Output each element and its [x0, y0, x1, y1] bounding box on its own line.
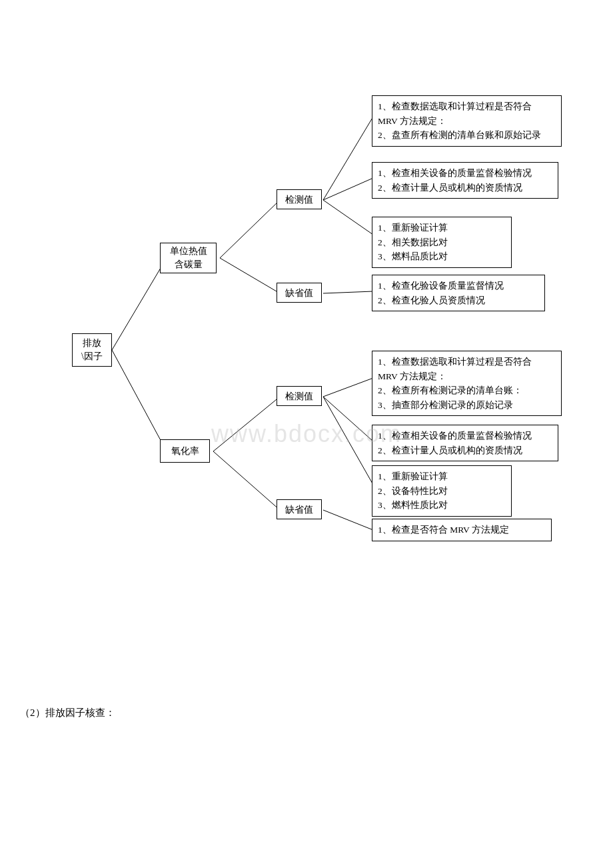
svg-line-6 [323, 117, 373, 200]
info1a-box: 1、检查数据选取和计算过程是否符合 MRV 方法规定： 2、盘查所有检测的清单台… [372, 95, 562, 147]
info2b-box: 1、检查相关设备的质量监督检验情况 2、检查计量人员或机构的资质情况 [372, 425, 558, 461]
info1b-box: 1、检查相关设备的质量监督检验情况 2、检查计量人员或机构的资质情况 [372, 162, 558, 199]
oxidation-node: 氧化率 [160, 439, 210, 463]
root-node: 排放\因子 [72, 333, 112, 367]
info1c-box: 1、重新验证计算 2、相关数据比对 3、燃料品质比对 [372, 217, 512, 268]
svg-line-5 [213, 451, 280, 510]
info2d-box: 1、检查是否符合 MRV 方法规定 [372, 519, 552, 541]
svg-line-10 [323, 378, 373, 397]
svg-line-3 [220, 258, 280, 293]
detect1-node: 检测值 [277, 189, 322, 209]
svg-line-11 [323, 397, 373, 441]
info2c-box: 1、重新验证计算 2、设备特性比对 3、燃料性质比对 [372, 465, 512, 517]
unit-heat-node: 单位热值含碳量 [160, 243, 217, 273]
svg-line-8 [323, 200, 373, 235]
svg-line-7 [323, 178, 373, 200]
info1d-box: 1、检查化验设备质量监督情况 2、检查化验人员资质情况 [372, 275, 545, 311]
svg-line-1 [112, 350, 167, 451]
detect2-node: 检测值 [277, 386, 322, 406]
page: www.bdocx.com [0, 0, 613, 868]
bottom-label: （2）排放因子核查： [20, 707, 593, 719]
default1-node: 缺省值 [277, 283, 322, 303]
svg-line-0 [112, 258, 167, 350]
default2-node: 缺省值 [277, 499, 322, 519]
info2a-box: 1、检查数据选取和计算过程是否符合 MRV 方法规定： 2、检查所有检测记录的清… [372, 351, 562, 416]
svg-line-13 [323, 510, 373, 530]
svg-line-9 [323, 291, 373, 293]
svg-line-2 [220, 200, 280, 258]
svg-line-4 [213, 397, 280, 451]
svg-line-12 [323, 397, 373, 485]
tree-diagram: 排放\因子 单位热值含碳量 氧化率 检测值 缺省值 检测值 缺省值 1、检查数据… [20, 40, 593, 693]
